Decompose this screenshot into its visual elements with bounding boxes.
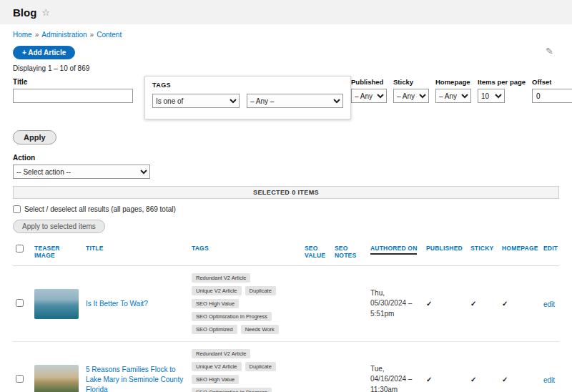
row-title-link[interactable]: Is It Better To Wait?: [86, 299, 186, 309]
apply-to-selected-button[interactable]: Apply to selected items: [13, 220, 105, 233]
tags-fieldset-legend: TAGS: [152, 82, 343, 89]
tags-cell: Redundant V2 ArticleUnique V2 ArticleDup…: [192, 273, 286, 334]
header-teaser-image: TEASER IMAGE: [31, 239, 83, 266]
breadcrumb-administration-link[interactable]: Administration: [41, 31, 87, 39]
breadcrumb-content-link[interactable]: Content: [97, 31, 122, 39]
header-select-all-checkbox[interactable]: [16, 245, 24, 253]
select-all-results-checkbox[interactable]: [13, 205, 21, 213]
seo-notes-cell: [332, 342, 368, 392]
header-edit: EDIT: [541, 239, 559, 266]
seo-value-cell: [302, 266, 332, 342]
title-bar: Blog ☆: [0, 0, 572, 24]
tag-chip: Redundant V2 Article: [192, 273, 250, 283]
title-filter-input[interactable]: [13, 89, 133, 103]
sticky-check: ✓: [468, 342, 499, 392]
select-all-label: Select / deselect all results (all pages…: [24, 205, 176, 213]
published-check: ✓: [423, 266, 468, 342]
header-homepage: HOMEPAGE: [499, 239, 541, 266]
header-select-all-cell: [13, 239, 31, 266]
exposed-filters: Title TAGS Is one of – Any – Published –…: [0, 78, 572, 122]
content-table: TEASER IMAGE TITLE TAGS SEO VALUE SEO NO…: [13, 239, 559, 392]
items-per-page-filter: Items per page 10: [478, 78, 526, 103]
teaser-image: [34, 289, 79, 319]
contextual-edit-pencil-icon[interactable]: ✎: [546, 46, 553, 57]
authored-on-cell: Tue, 04/16/2024 – 11:30am: [368, 342, 423, 392]
tag-chip: Duplicate: [245, 362, 276, 371]
items-per-page-label: Items per page: [478, 78, 526, 86]
row-select-checkbox[interactable]: [16, 299, 24, 307]
add-article-row: + Add Article: [0, 43, 572, 61]
table-row: 5 Reasons Families Flock to Lake Mary in…: [13, 342, 559, 392]
tags-value-select[interactable]: – Any –: [247, 94, 343, 108]
selected-items-bar: SELECTED 0 ITEMS: [13, 186, 559, 199]
sticky-filter-select[interactable]: – Any –: [393, 89, 429, 103]
row-edit-link[interactable]: edit: [543, 376, 555, 384]
sticky-filter-label: Sticky: [393, 78, 429, 86]
published-filter: Published – Any –: [351, 78, 387, 103]
breadcrumb-separator: »: [90, 31, 94, 39]
sticky-filter: Sticky – Any –: [393, 78, 429, 103]
tag-chip: SEO Optimization In Progress: [192, 312, 272, 321]
apply-filters-button[interactable]: Apply: [13, 130, 56, 144]
header-tags: TAGS: [189, 239, 302, 266]
tag-chip: SEO Optimization In Progress: [192, 388, 272, 392]
tag-chip: SEO Optimized: [192, 325, 237, 334]
header-authored-on[interactable]: AUTHORED ON: [368, 239, 423, 266]
breadcrumb-separator: »: [35, 31, 39, 39]
header-sticky: STICKY: [468, 239, 499, 266]
teaser-image: [34, 365, 79, 392]
tag-chip: Unique V2 Article: [192, 286, 242, 295]
tags-operator-select[interactable]: Is one of: [152, 94, 240, 108]
action-label: Action: [13, 154, 559, 162]
header-seo-notes: SEO NOTES: [332, 239, 368, 266]
published-check: ✓: [423, 342, 468, 392]
title-filter: Title: [13, 78, 133, 103]
offset-filter-label: Offset: [532, 78, 572, 86]
tag-chip: SEO High Value: [192, 375, 239, 384]
row-select-checkbox[interactable]: [16, 375, 24, 383]
items-per-page-select[interactable]: 10: [478, 89, 505, 103]
bulk-action-block: Action -- Select action --: [0, 144, 572, 179]
homepage-filter-select[interactable]: – Any –: [435, 89, 471, 103]
offset-filter-input[interactable]: [532, 89, 572, 103]
homepage-check: ✓: [499, 266, 541, 342]
select-all-row: Select / deselect all results (all pages…: [13, 205, 559, 213]
table-header-row: TEASER IMAGE TITLE TAGS SEO VALUE SEO NO…: [13, 239, 559, 266]
breadcrumb-home-link[interactable]: Home: [13, 31, 32, 39]
page-title: Blog: [13, 6, 36, 19]
tag-chip: Unique V2 Article: [192, 362, 242, 371]
table-row: Is It Better To Wait? Redundant V2 Artic…: [13, 266, 559, 342]
seo-notes-cell: [332, 266, 368, 342]
header-title[interactable]: TITLE: [83, 239, 189, 266]
tags-cell: Redundant V2 ArticleUnique V2 ArticleDup…: [192, 349, 286, 392]
published-filter-select[interactable]: – Any –: [351, 89, 387, 103]
favorite-star-icon[interactable]: ☆: [41, 7, 50, 18]
tag-chip: Duplicate: [245, 286, 276, 295]
tag-chip: Redundant V2 Article: [192, 349, 250, 358]
admin-content-page: Blog ☆ Home»Administration»Content + Add…: [0, 0, 572, 392]
row-title-link[interactable]: 5 Reasons Families Flock to Lake Mary in…: [86, 365, 186, 392]
authored-on-cell: Thu, 05/30/2024 – 5:51pm: [368, 266, 423, 342]
tag-chip: SEO High Value: [192, 299, 239, 308]
homepage-check: ✓: [499, 342, 541, 392]
offset-filter: Offset: [532, 78, 572, 103]
action-select[interactable]: -- Select action --: [13, 165, 150, 179]
title-filter-label: Title: [13, 78, 133, 86]
sticky-check: ✓: [468, 266, 499, 342]
header-published: PUBLISHED: [423, 239, 468, 266]
tags-filter-fieldset: TAGS Is one of – Any –: [144, 76, 351, 119]
published-filter-label: Published: [351, 78, 387, 86]
homepage-filter-label: Homepage: [435, 78, 471, 86]
row-edit-link[interactable]: edit: [543, 300, 555, 308]
add-article-button[interactable]: + Add Article: [13, 46, 75, 59]
homepage-filter: Homepage – Any –: [435, 78, 471, 103]
seo-value-cell: [302, 342, 332, 392]
breadcrumb: Home»Administration»Content: [0, 24, 572, 43]
tag-chip: Needs Work: [241, 325, 279, 334]
header-seo-value: SEO VALUE: [302, 239, 332, 266]
right-filters: Published – Any – Sticky – Any – Homepag…: [351, 78, 572, 103]
